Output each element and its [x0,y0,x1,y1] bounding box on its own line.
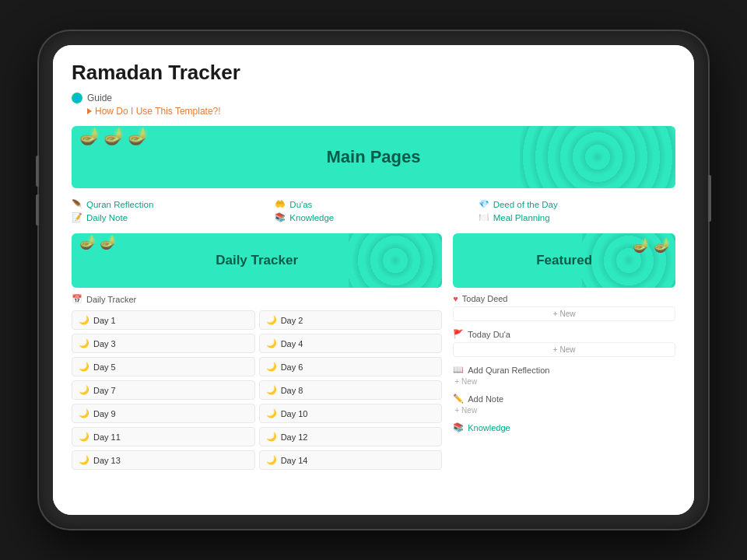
duas-icon: 🤲 [275,199,286,209]
two-col-layout: 🪔 🪔 Daily Tracker 📅 Daily Tracker 🌙 [72,233,675,470]
today-dua-plus-new[interactable]: + New [453,342,675,357]
link-label-quran: Quran Reflection [86,200,153,209]
note-add-new[interactable]: + New [453,406,675,415]
featured-lantern-1: 🪔 [633,237,650,253]
knowledge-row[interactable]: 📚 Knowledge [453,422,675,432]
day-item-14[interactable]: 🌙 Day 14 [259,450,443,470]
day-label-14: Day 14 [281,456,308,465]
power-button [708,175,711,222]
day-icon-11: 🌙 [79,432,89,442]
day-item-10[interactable]: 🌙 Day 10 [259,404,443,423]
add-note-label: Add Note [468,394,503,404]
dt-banner-pattern [349,233,442,288]
day-label-4: Day 4 [281,339,303,348]
link-deed[interactable]: 💎 Deed of the Day [479,199,675,209]
day-label-5: Day 5 [93,362,116,372]
today-deed-plus-new[interactable]: + New [453,306,675,321]
featured-banner-title: Featured [536,253,592,268]
day-label-9: Day 9 [93,409,116,418]
book-icon: 📖 [453,365,464,375]
today-deed-section: ♥ Today Deed + New [453,294,675,321]
link-label-meal: Meal Planning [493,213,550,222]
day-item-1[interactable]: 🌙 Day 1 [72,310,255,330]
guide-section: 🌐 Guide How Do I Use This Template?! [72,93,675,117]
guide-label: Guide [87,93,112,103]
day-icon-6: 🌙 [266,362,277,372]
note-icon: 📝 [72,212,82,222]
main-banner: 🪔 🪔 🪔 Main Pages [72,126,675,188]
link-quran-reflection[interactable]: 🪶 Quran Reflection [72,199,268,209]
today-deed-title: ♥ Today Deed [453,294,675,303]
day-icon-4: 🌙 [266,338,277,348]
day-label-3: Day 3 [93,339,116,348]
link-daily-note[interactable]: 📝 Daily Note [72,212,268,222]
dt-lantern-2: 🪔 [100,233,117,250]
day-label-10: Day 10 [281,409,308,418]
daily-tracker-column: 🪔 🪔 Daily Tracker 📅 Daily Tracker 🌙 [72,233,442,470]
knowledge-book-icon: 📚 [453,422,464,432]
link-meal[interactable]: 🍽️ Meal Planning [479,212,675,222]
day-icon-7: 🌙 [79,385,89,395]
day-icon-3: 🌙 [79,338,89,348]
note-new-text: New [461,406,477,415]
day-icon-5: 🌙 [79,362,89,372]
link-duas[interactable]: 🤲 Du'as [275,199,472,209]
day-item-2[interactable]: 🌙 Day 2 [259,310,443,330]
day-label-2: Day 2 [281,316,303,325]
day-label-12: Day 12 [281,432,308,442]
banner-pattern [520,126,675,188]
main-banner-title: Main Pages [326,147,420,167]
quran-reflection-label: Add Quran Reflection [468,366,549,375]
featured-banner: Featured 🪔 🪔 [453,233,675,288]
day-item-9[interactable]: 🌙 Day 9 [72,404,255,423]
guide-link-text[interactable]: How Do I Use This Template?! [95,106,221,117]
day-item-11[interactable]: 🌙 Day 11 [72,427,255,446]
add-note-section: ✏️ Add Note + New [453,394,675,415]
dt-label-icon: 📅 [72,294,82,304]
quran-reflection-section: 📖 Add Quran Reflection + New [453,365,675,386]
day-item-4[interactable]: 🌙 Day 4 [259,334,443,353]
volume-button-down [36,194,39,226]
day-item-8[interactable]: 🌙 Day 8 [259,380,443,400]
day-label-11: Day 11 [93,432,121,442]
link-label-knowledge: Knowledge [289,213,334,222]
day-grid: 🌙 Day 1 🌙 Day 2 🌙 Day 3 🌙 [72,310,442,470]
meal-icon: 🍽️ [479,212,489,222]
banner-lanterns-left: 🪔 🪔 🪔 [79,126,149,146]
tablet-frame: Ramadan Tracker 🌐 Guide How Do I Use Thi… [39,31,708,529]
day-item-7[interactable]: 🌙 Day 7 [72,380,255,400]
day-icon-10: 🌙 [266,408,277,418]
day-label-8: Day 8 [281,386,303,395]
deed-icon: 💎 [479,199,489,209]
day-label-1: Day 1 [93,316,116,325]
guide-link[interactable]: How Do I Use This Template?! [87,106,675,117]
dt-lanterns-left: 🪔 🪔 [79,233,117,250]
today-deed-label: Today Deed [462,294,508,303]
day-item-5[interactable]: 🌙 Day 5 [72,357,255,376]
dt-label-text: Daily Tracker [86,295,136,304]
day-item-6[interactable]: 🌙 Day 6 [259,357,443,376]
featured-lanterns-right: 🪔 🪔 [633,236,671,254]
quran-icon: 🪶 [72,199,82,209]
knowledge-section: 📚 Knowledge [453,422,675,432]
add-note-title: ✏️ Add Note [453,394,675,404]
knowledge-label: Knowledge [468,423,510,432]
page-title: Ramadan Tracker [72,61,675,85]
day-label-13: Day 13 [93,456,121,465]
day-item-3[interactable]: 🌙 Day 3 [72,334,255,353]
quran-plus-icon: + [454,377,459,386]
link-label-deed: Deed of the Day [493,200,558,209]
quran-reflection-title: 📖 Add Quran Reflection [453,365,675,375]
lantern-icon-3: 🪔 [128,126,149,146]
day-icon-2: 🌙 [266,315,277,325]
day-item-13[interactable]: 🌙 Day 13 [72,450,255,470]
link-knowledge[interactable]: 📚 Knowledge [275,212,472,222]
lantern-icon-2: 🪔 [103,126,124,146]
guide-row: 🌐 Guide [72,93,675,103]
daily-tracker-banner: 🪔 🪔 Daily Tracker [72,233,442,288]
day-icon-8: 🌙 [266,385,277,395]
quran-add-new[interactable]: + New [453,377,675,386]
tablet-screen: Ramadan Tracker 🌐 Guide How Do I Use Thi… [53,45,694,515]
featured-lantern-2: 🪔 [654,237,671,253]
day-item-12[interactable]: 🌙 Day 12 [259,427,443,446]
